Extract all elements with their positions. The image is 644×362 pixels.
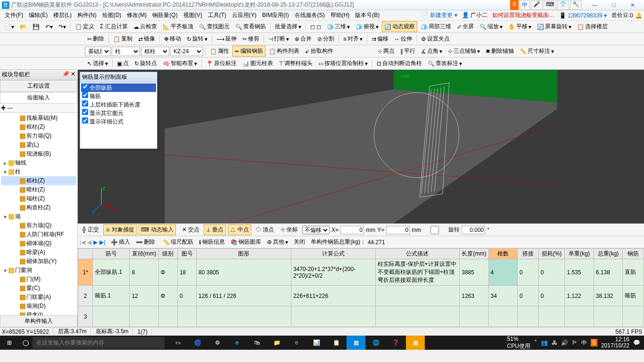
perp-toggle[interactable]: ⊥ 垂点 [204, 224, 226, 235]
point-button[interactable]: ▣ 点 [115, 58, 131, 69]
stretch-button[interactable]: ↔ 拉伸 [392, 33, 414, 44]
cell[interactable]: 箍筋.1 [93, 286, 130, 306]
col-header[interactable]: 公式描述 [375, 249, 460, 259]
menu-版本号(B)[interactable]: 版本号(B) [352, 10, 382, 20]
explorer-icon[interactable]: 📁 [267, 336, 286, 350]
next-icon[interactable]: ▶ [93, 239, 98, 246]
cell[interactable]: 8 [130, 259, 158, 286]
parallel-button[interactable]: ∥ 平行 [398, 46, 418, 57]
tree-item[interactable]: 墙洞(D) [1, 302, 76, 311]
col-header[interactable]: 图形 [197, 249, 291, 259]
offset-button[interactable]: ⇉ 偏移 [369, 33, 391, 44]
rebar-info-button[interactable]: ℹ 钢筋信息 [197, 237, 227, 247]
local3d-button[interactable]: 🧊 局部三维 [418, 21, 454, 32]
member-list-button[interactable]: 📋 构件列表 [266, 46, 302, 57]
delete-button[interactable]: ✂ 删除 [85, 33, 107, 44]
cell[interactable]: 38.132 [594, 286, 622, 306]
cell[interactable]: 0 [538, 286, 565, 306]
ime-logo-icon[interactable]: S [510, 0, 519, 10]
rebar-lib-button[interactable]: 📚 钢筋图库 [229, 237, 263, 247]
app-icon-4[interactable]: 📋 [327, 336, 346, 350]
tree-item[interactable]: 暗梁(A) [1, 248, 76, 257]
cell[interactable] [197, 306, 291, 327]
sumcalc-button[interactable]: Σ 汇总计算 [98, 21, 130, 32]
autoedge-button[interactable]: ⊡ 自动判断边角柱 [374, 58, 424, 69]
cell[interactable]: 0 [538, 259, 565, 286]
other-button[interactable]: ⚙ 其他 ▾ [265, 237, 290, 247]
tray-net-icon[interactable]: 🖧 [552, 339, 557, 346]
col-header[interactable]: 损耗(%) [538, 249, 565, 259]
tree-item[interactable]: 剪力墙(Q) [1, 132, 76, 140]
rotate-button[interactable]: ↻ 旋转 ▾ [184, 33, 210, 44]
tab-drawing-input[interactable]: 绘图输入 [0, 92, 77, 104]
tree-item[interactable]: ▸ 轴线 [1, 158, 76, 167]
coord-toggle[interactable]: ⊹ 坐标 [278, 224, 300, 235]
col-header[interactable]: 计算公式 [291, 249, 376, 259]
tree-item[interactable]: 框柱(Z) [1, 176, 76, 185]
tree-item[interactable]: 构造柱(Z) [1, 203, 76, 212]
menu-视图(V)[interactable]: 视图(V) [181, 10, 205, 20]
cell[interactable]: 2 [78, 286, 93, 306]
trim-button[interactable]: ✂ 修剪 [240, 33, 262, 44]
tree-item[interactable]: ▾ 墙 [1, 212, 76, 221]
two-blank-icon[interactable]: ◻ ◻ [308, 22, 323, 32]
merge-button[interactable]: ⊕ 合并 [292, 33, 314, 44]
menu-BIM应用(I)[interactable]: BIM应用(I) [259, 10, 292, 20]
vertex-toggle[interactable]: ◇ 顶点 [253, 224, 276, 235]
cell[interactable]: 226+611+226 [291, 286, 376, 306]
topview-button[interactable]: 🧊 俯视 ▾ [353, 21, 381, 32]
rebar-table[interactable]: 筋号直径(mm)级别图号图形计算公式公式描述长度(mm)根数搭接损耗(%)单重(… [78, 248, 644, 327]
cell[interactable]: 箍筋 [623, 286, 644, 306]
tree-item[interactable]: 壁龛(I) [1, 311, 76, 315]
rebar-display-option[interactable]: 显示详细公式 [81, 117, 156, 126]
menu-工具(T)[interactable]: 工具(T) [205, 10, 229, 20]
help-link[interactable]: 如何设置现浇板变截面… [492, 11, 554, 19]
cell[interactable]: 1* [78, 259, 93, 286]
tree-item[interactable]: ▾ 柱 [1, 167, 76, 176]
3d-viewport[interactable]: 钢筋显示控制面板 全部纵筋 箍筋 上层柱插筋下插长度 显示其它图元 显示详细公式… [78, 70, 644, 223]
y-input[interactable] [386, 226, 410, 234]
tucol-button[interactable]: 📊 图元柱表 [240, 58, 275, 69]
menu-帮助(H)[interactable]: 帮助(H) [328, 10, 353, 20]
cortana-icon[interactable]: ◯ [19, 339, 33, 346]
break-button[interactable]: ⊣ 打断 ▾ [266, 33, 291, 44]
floor-select[interactable]: 基础层 [85, 47, 111, 56]
view-rebar-button[interactable]: 🔍 查看钢筋 [233, 21, 268, 32]
cell[interactable]: 80 3805 [197, 259, 291, 286]
bell-icon[interactable]: 🔔 [635, 12, 642, 19]
cell[interactable]: Φ [158, 286, 177, 306]
start-button[interactable]: ⊞ [0, 339, 19, 346]
flatroof-button[interactable]: 📐 平齐板顶 [160, 21, 196, 32]
cell[interactable] [565, 306, 594, 327]
cpu-meter[interactable]: 51%CPU使用 [507, 336, 530, 350]
cell[interactable]: 0 [518, 259, 539, 286]
cell[interactable]: 3885 [460, 259, 488, 286]
col-header[interactable]: 长度(mm) [460, 249, 488, 259]
cell[interactable]: 全部纵筋.1 [93, 259, 130, 286]
app-icon-5[interactable]: ▦ [347, 336, 365, 350]
delax-button[interactable]: ✖ 删除辅轴 [483, 46, 516, 57]
cell[interactable] [158, 306, 177, 327]
category-select[interactable]: 柱 [112, 47, 140, 56]
app-icon-7[interactable]: ❓ [386, 336, 405, 350]
col-header[interactable]: 单重(kg) [565, 249, 594, 259]
tray-clock[interactable]: 12:162017/10/22 [601, 337, 629, 349]
close-edit-button[interactable]: 关闭 [292, 237, 307, 247]
undo-icon[interactable]: ↶▾ [43, 22, 55, 32]
rebar-display-option[interactable]: 箍筋 [81, 92, 156, 100]
intersect-toggle[interactable]: ✕ 交点 [180, 224, 202, 235]
drawwall-button[interactable]: ▭ 按墙位置绘制柱 ▾ [316, 58, 370, 69]
tree-item[interactable]: 窗(C) [1, 284, 76, 293]
member-select[interactable]: KZ-24 [170, 47, 203, 56]
cell[interactable]: 1.122 [565, 286, 594, 306]
notifications-icon[interactable]: 💬 [633, 339, 640, 346]
last-icon[interactable]: ▶| [99, 239, 105, 246]
rebar-display-option[interactable]: 上层柱插筋下插长度 [81, 100, 156, 109]
col-header[interactable]: 图号 [177, 249, 196, 259]
midpoint-toggle[interactable]: △ 中点 [228, 224, 251, 235]
adjcolhead-button[interactable]: ⊤ 调整柱端头 [276, 58, 315, 69]
close-button[interactable]: ✕ [623, 2, 642, 8]
x-input[interactable] [340, 226, 364, 234]
cell[interactable]: 0 [177, 286, 196, 306]
open-file-icon[interactable]: 📂 [17, 22, 29, 32]
